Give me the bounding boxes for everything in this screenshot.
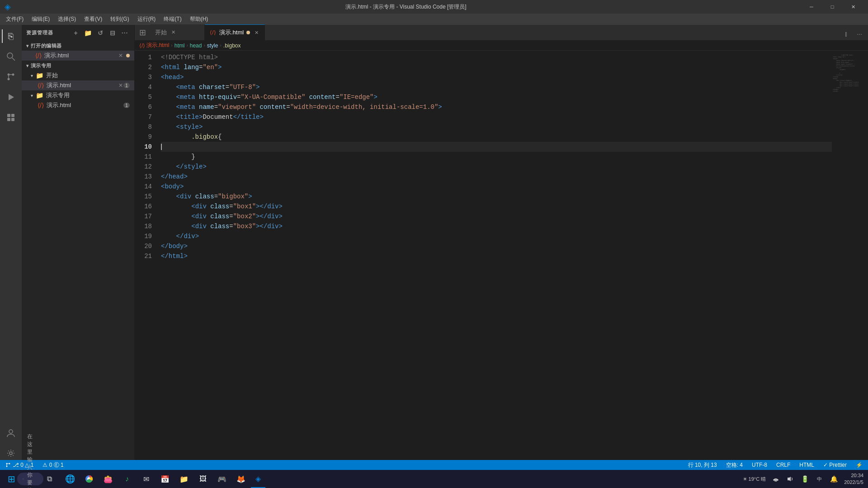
edge-icon[interactable]: 🌐: [61, 470, 79, 488]
menu-run[interactable]: 运行(R): [134, 14, 160, 24]
refresh-button[interactable]: ↺: [95, 28, 105, 38]
new-file-button[interactable]: +: [71, 28, 81, 38]
tab-yanshi[interactable]: ⟨/⟩ 演示.html ✕: [205, 24, 265, 40]
tab-kaishi[interactable]: 开始 ✕: [151, 24, 205, 40]
close-file-icon[interactable]: ✕: [118, 82, 123, 89]
explorer-icon[interactable]: ⎘: [2, 27, 20, 45]
sound-icon[interactable]: [784, 473, 797, 485]
calendar-icon[interactable]: 📅: [156, 470, 174, 488]
breadcrumb-file[interactable]: ⟨/⟩ 演示.html: [139, 42, 169, 49]
code-content[interactable]: <!DOCTYPE html> <html lang="en"> <head> …: [156, 51, 832, 467]
menu-select[interactable]: 选择(S): [54, 14, 80, 24]
breadcrumb-style-tag[interactable]: style: [207, 42, 218, 49]
svg-marker-23: [788, 477, 791, 481]
project-header[interactable]: ▾ 演示专用: [22, 61, 134, 70]
taskbar-search-button[interactable]: 在这里输入你要搜索的内容: [21, 470, 39, 488]
problems-button[interactable]: ⚠ 0 Ⓔ 1: [41, 460, 65, 470]
folder-yanshi-zhuangyong[interactable]: ▾ 📁 演示专用: [22, 90, 134, 100]
folder2-chevron: ▾: [31, 93, 33, 98]
time-text: 20:34: [844, 472, 863, 479]
split-right-button[interactable]: ⫿: [840, 28, 852, 40]
ime-icon[interactable]: 中: [813, 473, 826, 485]
task-view-button[interactable]: ⧉: [40, 470, 58, 488]
svg-point-3: [12, 74, 14, 76]
code-editor[interactable]: 1 2 3 4 5 6 7 8 9 10 11 12 13 14 15 16 1…: [135, 51, 868, 467]
source-control-icon[interactable]: [2, 68, 20, 86]
split-editor-button[interactable]: ⊞: [135, 24, 151, 40]
code-line-1: <!DOCTYPE html>: [161, 52, 832, 62]
photos-icon[interactable]: 🖼: [194, 470, 212, 488]
cursor-position[interactable]: 行 10, 列 13: [686, 460, 719, 470]
encoding-status[interactable]: UTF-8: [750, 460, 769, 470]
settings-icon[interactable]: [2, 444, 20, 462]
breadcrumb-head-tag[interactable]: head: [190, 42, 202, 49]
open-editor-item-1[interactable]: ✕ ⟨/⟩ 演示.html: [22, 51, 134, 61]
vscode-taskbar-icon[interactable]: ◈: [251, 470, 265, 488]
time-display[interactable]: 20:34 2022/1/5: [842, 472, 866, 486]
extensions-icon[interactable]: [2, 108, 20, 127]
taskbar-left: ⊞ 在这里输入你要搜索的内容 ⧉ 🌐 👛 ♪ ✉ 📅 📁 🖼 🎮 🦊 ◈: [2, 470, 265, 488]
menu-goto[interactable]: 转到(G): [107, 14, 132, 24]
activity-bar: ⎘: [0, 25, 22, 467]
open-editors-header[interactable]: ▾ 打开的编辑器: [22, 41, 134, 51]
taskbar-search-placeholder: 在这里输入你要搜索的内容: [27, 433, 38, 488]
error-badge-2: 1: [123, 103, 130, 108]
svg-point-14: [6, 463, 8, 465]
minimize-button[interactable]: ─: [801, 0, 822, 14]
code-line-21: </html>: [161, 251, 832, 261]
file-yanshi-2[interactable]: ⟨/⟩ 演示.html 1: [22, 100, 134, 110]
search-icon[interactable]: [2, 47, 20, 66]
close-button[interactable]: ✕: [843, 0, 863, 14]
file-explorer-icon[interactable]: 📁: [175, 470, 193, 488]
menu-edit[interactable]: 编辑(E): [28, 14, 53, 24]
tab-kaishi-close[interactable]: ✕: [170, 29, 177, 36]
spotify-icon[interactable]: ♪: [118, 470, 136, 488]
date-text: 2022/1/5: [844, 479, 863, 486]
language-status[interactable]: HTML: [797, 460, 816, 470]
network-icon[interactable]: [769, 473, 782, 485]
battery-icon[interactable]: 🔋: [798, 473, 811, 485]
breadcrumb-html-tag[interactable]: html: [175, 42, 185, 49]
notifications-icon[interactable]: 🔔: [827, 473, 840, 485]
html-file-icon: ⟨/⟩: [35, 52, 42, 59]
code-line-16: <div class="box1"></div>: [161, 202, 832, 211]
tab-bar: ⊞ 开始 ✕ ⟨/⟩ 演示.html ✕ ⫿ ···: [135, 25, 868, 41]
window-controls: ─ □ ✕: [801, 0, 863, 14]
tab-modified-dot: [246, 31, 250, 34]
code-line-8: <style>: [161, 122, 832, 132]
menu-file[interactable]: 文件(F): [2, 14, 27, 24]
code-line-2: <html lang="en">: [161, 62, 832, 72]
weather-text: ☀: [743, 476, 747, 482]
breadcrumb-bigbox[interactable]: .bigbox: [223, 42, 241, 49]
more-button[interactable]: ···: [853, 28, 866, 40]
menu-help[interactable]: 帮助(H): [186, 14, 212, 24]
tab-html-icon: ⟨/⟩: [209, 29, 217, 36]
indent-status[interactable]: 空格: 4: [724, 460, 745, 470]
new-folder-button[interactable]: 📁: [83, 28, 93, 38]
menu-view[interactable]: 查看(V): [80, 14, 106, 24]
chrome-icon[interactable]: [80, 470, 98, 488]
folder-kaishi[interactable]: ▾ 📁 开始: [22, 70, 134, 80]
account-icon[interactable]: [2, 424, 20, 442]
maximize-button[interactable]: □: [822, 0, 843, 14]
tab-yanshi-label: 演示.html: [219, 28, 244, 37]
file-yanshi-1[interactable]: ✕ ⟨/⟩ 演示.html 1: [22, 80, 134, 90]
sidebar-title: 资源管理器 + 📁 ↺ ⊟ ···: [22, 25, 134, 41]
taskbar-search-box[interactable]: 在这里输入你要搜索的内容: [17, 473, 43, 485]
lightning-icon[interactable]: ⚡: [854, 460, 864, 470]
open-editors-section: ▾ 打开的编辑器 ✕ ⟨/⟩ 演示.html: [22, 41, 134, 61]
modified-dot: [126, 54, 130, 57]
line-ending-status[interactable]: CRLF: [774, 460, 792, 470]
tab-yanshi-close[interactable]: ✕: [253, 29, 260, 36]
menu-terminal[interactable]: 终端(T): [160, 14, 185, 24]
collapse-button[interactable]: ⊟: [108, 28, 118, 38]
mail-icon[interactable]: ✉: [137, 470, 155, 488]
more-actions-button[interactable]: ···: [120, 28, 130, 38]
game-icon[interactable]: 🎮: [213, 470, 231, 488]
close-editor-icon[interactable]: ✕: [118, 52, 123, 59]
firefox-icon[interactable]: 🦊: [232, 470, 250, 488]
weather-icon[interactable]: ☀ 19°C 晴: [741, 473, 768, 485]
debug-icon[interactable]: [2, 88, 20, 106]
prettier-status[interactable]: ✓ Prettier: [821, 460, 849, 470]
wallet-icon[interactable]: 👛: [99, 470, 117, 488]
